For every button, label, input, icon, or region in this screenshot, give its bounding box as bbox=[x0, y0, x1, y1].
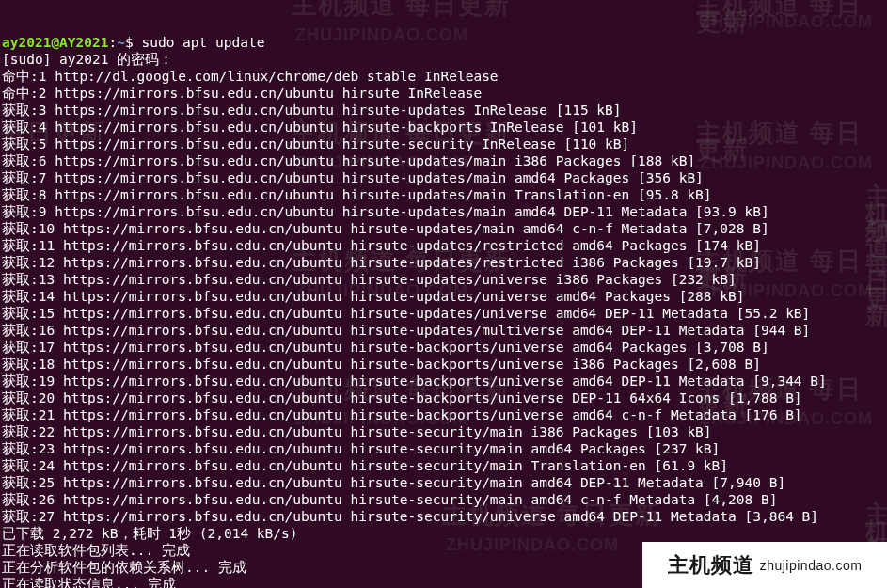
output-line: 获取:23 https://mirrors.bfsu.edu.cn/ubuntu… bbox=[2, 440, 885, 457]
output-line: 命中:2 https://mirrors.bfsu.edu.cn/ubuntu … bbox=[2, 85, 885, 102]
prompt-path: ~ bbox=[117, 35, 125, 50]
prompt-user: ay2021@AY2021 bbox=[2, 35, 109, 50]
output-line: 获取:8 https://mirrors.bfsu.edu.cn/ubuntu … bbox=[2, 186, 885, 203]
output-line: 获取:10 https://mirrors.bfsu.edu.cn/ubuntu… bbox=[2, 220, 885, 237]
output-line: 获取:13 https://mirrors.bfsu.edu.cn/ubuntu… bbox=[2, 271, 885, 288]
output-line: 获取:4 https://mirrors.bfsu.edu.cn/ubuntu … bbox=[2, 119, 885, 135]
output-line: 获取:16 https://mirrors.bfsu.edu.cn/ubuntu… bbox=[2, 322, 885, 339]
source-badge: 主机频道 zhujipindao.com bbox=[642, 542, 887, 588]
output-line: 获取:25 https://mirrors.bfsu.edu.cn/ubuntu… bbox=[2, 474, 885, 491]
output-line: 获取:7 https://mirrors.bfsu.edu.cn/ubuntu … bbox=[2, 169, 885, 186]
output-line: 获取:22 https://mirrors.bfsu.edu.cn/ubuntu… bbox=[2, 423, 885, 440]
output-line: 命中:1 http://dl.google.com/linux/chrome/d… bbox=[2, 68, 885, 85]
output-line: 获取:5 https://mirrors.bfsu.edu.cn/ubuntu … bbox=[2, 135, 885, 152]
output-line: [sudo] ay2021 的密码： bbox=[2, 51, 885, 68]
output-line: 获取:15 https://mirrors.bfsu.edu.cn/ubuntu… bbox=[2, 305, 885, 322]
output-line: 获取:6 https://mirrors.bfsu.edu.cn/ubuntu … bbox=[2, 152, 885, 169]
badge-cn: 主机频道 bbox=[668, 557, 754, 574]
output-line: 获取:24 https://mirrors.bfsu.edu.cn/ubuntu… bbox=[2, 457, 885, 474]
prompt-line: ay2021@AY2021:~$ sudo apt update bbox=[2, 34, 885, 51]
output-line: 获取:19 https://mirrors.bfsu.edu.cn/ubuntu… bbox=[2, 373, 885, 389]
output-line: 获取:3 https://mirrors.bfsu.edu.cn/ubuntu … bbox=[2, 102, 885, 119]
output-line: 获取:27 https://mirrors.bfsu.edu.cn/ubuntu… bbox=[2, 508, 885, 525]
output-line: 获取:18 https://mirrors.bfsu.edu.cn/ubuntu… bbox=[2, 356, 885, 373]
terminal[interactable]: ay2021@AY2021:~$ sudo apt update[sudo] a… bbox=[0, 0, 887, 588]
prompt-sep1: : bbox=[109, 35, 118, 50]
output-line: 获取:21 https://mirrors.bfsu.edu.cn/ubuntu… bbox=[2, 406, 885, 423]
prompt-command: sudo apt update bbox=[141, 35, 264, 50]
output-line: 获取:11 https://mirrors.bfsu.edu.cn/ubuntu… bbox=[2, 237, 885, 254]
output-line: 获取:9 https://mirrors.bfsu.edu.cn/ubuntu … bbox=[2, 203, 885, 220]
output-line: 获取:20 https://mirrors.bfsu.edu.cn/ubuntu… bbox=[2, 389, 885, 406]
output-line: 获取:12 https://mirrors.bfsu.edu.cn/ubuntu… bbox=[2, 254, 885, 271]
output-line: 获取:14 https://mirrors.bfsu.edu.cn/ubuntu… bbox=[2, 288, 885, 305]
output-line: 获取:26 https://mirrors.bfsu.edu.cn/ubuntu… bbox=[2, 491, 885, 508]
prompt-sep2: $ bbox=[125, 35, 141, 50]
output-line: 已下载 2,272 kB，耗时 1秒 (2,014 kB/s) bbox=[2, 525, 885, 542]
badge-en: zhujipindao.com bbox=[760, 557, 863, 574]
output-line: 获取:17 https://mirrors.bfsu.edu.cn/ubuntu… bbox=[2, 339, 885, 356]
